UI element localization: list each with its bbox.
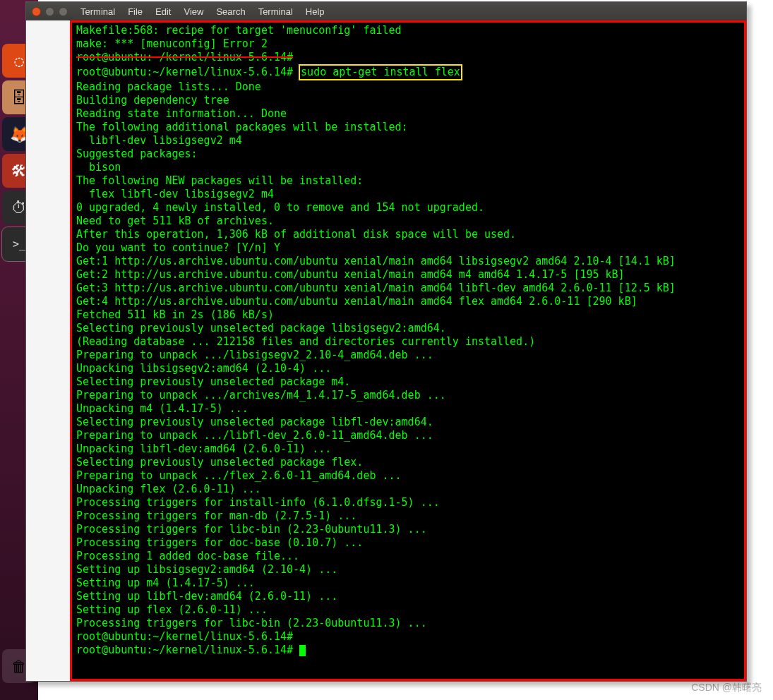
terminal-line: Processing triggers for libc-bin (2.23-0… (76, 523, 740, 536)
terminal-line: make: *** [menuconfig] Error 2 (76, 37, 740, 51)
terminal-line: flex libfl-dev libsigsegv2 m4 (76, 188, 740, 201)
close-icon[interactable] (32, 7, 41, 16)
terminal-line: root@ubuntu:~/kernel/linux-5.6.14# (76, 630, 740, 644)
watermark: CSDN @韩曙亮 (691, 682, 762, 694)
terminal-line: After this operation, 1,306 kB of additi… (76, 228, 740, 241)
terminal-line: Get:1 http://us.archive.ubuntu.com/ubunt… (76, 255, 740, 268)
terminal-line: (Reading database ... 212158 files and d… (76, 335, 740, 349)
terminal-line: Unpacking flex (2.6.0-11) ... (76, 483, 740, 496)
terminal-line-struck: root@ubuntu:~/kernel/linux-5.6.14# (76, 51, 740, 64)
menu-item-view-3[interactable]: View (184, 6, 203, 17)
terminal-line: Unpacking libsigsegv2:amd64 (2.10-4) ... (76, 362, 740, 375)
terminal-line: Preparing to unpack .../libfl-dev_2.6.0-… (76, 429, 740, 442)
maximize-icon[interactable] (59, 7, 68, 16)
terminal-line: Preparing to unpack .../flex_2.6.0-11_am… (76, 469, 740, 483)
terminal-line: Reading package lists... Done (76, 80, 740, 94)
terminal-prompt-highlight: root@ubuntu:~/kernel/linux-5.6.14# sudo … (76, 64, 740, 80)
terminal-line: Need to get 511 kB of archives. (76, 215, 740, 228)
terminal-window: TerminalFileEditViewSearchTerminalHelp M… (25, 1, 747, 682)
menu-item-help-6[interactable]: Help (306, 6, 325, 17)
terminal-line: Get:4 http://us.archive.ubuntu.com/ubunt… (76, 295, 740, 308)
titlebar[interactable]: TerminalFileEditViewSearchTerminalHelp (26, 2, 746, 20)
terminal-output[interactable]: Makefile:568: recipe for target 'menucon… (70, 20, 746, 681)
terminal-line: Processing triggers for install-info (6.… (76, 496, 740, 509)
menu-item-search-4[interactable]: Search (216, 6, 245, 17)
terminal-line: Processing triggers for doc-base (0.10.7… (76, 536, 740, 550)
terminal-line: Selecting previously unselected package … (76, 456, 740, 469)
menubar[interactable]: TerminalFileEditViewSearchTerminalHelp (80, 6, 325, 17)
minimize-icon[interactable] (45, 7, 54, 16)
terminal-line: Do you want to continue? [Y/n] Y (76, 241, 740, 255)
terminal-line: Processing triggers for libc-bin (2.23-0… (76, 617, 740, 630)
terminal-line: Fetched 511 kB in 2s (186 kB/s) (76, 308, 740, 322)
terminal-line: Setting up flex (2.6.0-11) ... (76, 603, 740, 617)
terminal-line: Building dependency tree (76, 94, 740, 107)
highlighted-command: sudo apt-get install flex (299, 64, 462, 80)
terminal-line: Preparing to unpack .../libsigsegv2_2.10… (76, 349, 740, 362)
terminal-line: Makefile:568: recipe for target 'menucon… (76, 24, 740, 37)
terminal-line: Unpacking m4 (1.4.17-5) ... (76, 402, 740, 416)
terminal-line: Preparing to unpack .../archives/m4_1.4.… (76, 389, 740, 402)
terminal-line: Processing triggers for man-db (2.7.5-1)… (76, 509, 740, 523)
terminal-line: Unpacking libfl-dev:amd64 (2.6.0-11) ... (76, 442, 740, 456)
terminal-line: Selecting previously unselected package … (76, 416, 740, 429)
terminal-line: bison (76, 161, 740, 174)
menu-item-edit-2[interactable]: Edit (155, 6, 171, 17)
terminal-line: Setting up libfl-dev:amd64 (2.6.0-11) ..… (76, 590, 740, 603)
menu-item-terminal-0[interactable]: Terminal (80, 6, 115, 17)
terminal-line: Selecting previously unselected package … (76, 322, 740, 335)
terminal-prompt-current: root@ubuntu:~/kernel/linux-5.6.14# (76, 644, 740, 657)
terminal-line: Setting up m4 (1.4.17-5) ... (76, 577, 740, 590)
terminal-line: The following additional packages will b… (76, 121, 740, 134)
menu-item-terminal-5[interactable]: Terminal (258, 6, 293, 17)
terminal-line: 0 upgraded, 4 newly installed, 0 to remo… (76, 201, 740, 215)
terminal-line: Suggested packages: (76, 147, 740, 161)
terminal-line: Setting up libsigsegv2:amd64 (2.10-4) ..… (76, 563, 740, 577)
terminal-line: Get:2 http://us.archive.ubuntu.com/ubunt… (76, 268, 740, 282)
menu-item-file-1[interactable]: File (128, 6, 143, 17)
terminal-line: The following NEW packages will be insta… (76, 174, 740, 188)
terminal-line: Processing 1 added doc-base file... (76, 550, 740, 563)
cursor-icon (299, 645, 306, 656)
terminal-line: Reading state information... Done (76, 107, 740, 121)
terminal-line: Get:3 http://us.archive.ubuntu.com/ubunt… (76, 282, 740, 295)
terminal-line: libfl-dev libsigsegv2 m4 (76, 134, 740, 147)
terminal-line: Selecting previously unselected package … (76, 375, 740, 389)
